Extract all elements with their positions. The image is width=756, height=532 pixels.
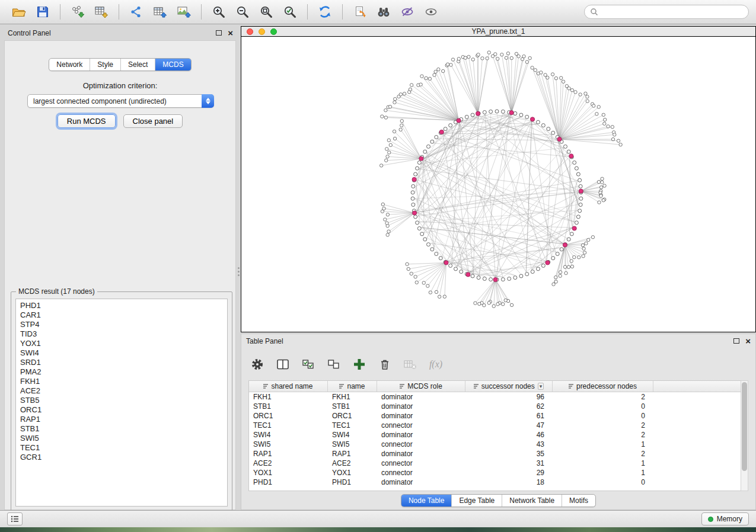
toolbar-search[interactable] <box>584 5 749 19</box>
hide-selected-button[interactable] <box>395 2 419 21</box>
table-cell[interactable]: STB1 <box>328 402 377 411</box>
table-cell[interactable]: YOX1 <box>328 469 377 477</box>
mcds-result-item[interactable]: STB1 <box>16 424 227 434</box>
save-session-button[interactable] <box>31 2 55 21</box>
table-cell[interactable]: 96 <box>465 393 553 401</box>
tab-edge-table[interactable]: Edge Table <box>452 495 502 507</box>
mcds-result-item[interactable]: GCR1 <box>16 453 227 462</box>
table-row[interactable]: SWI4SWI4dominator462 <box>249 430 747 440</box>
table-cell[interactable]: 47 <box>465 421 553 430</box>
float-table-panel-button[interactable] <box>733 338 739 344</box>
table-cell[interactable]: STB1 <box>249 402 328 411</box>
clone-network-button[interactable] <box>348 2 372 21</box>
deselect-all-button[interactable] <box>326 357 342 372</box>
mcds-result-item[interactable]: PHD1 <box>16 301 227 310</box>
export-image-button[interactable] <box>172 2 196 21</box>
table-cell[interactable]: ACE2 <box>249 459 328 467</box>
table-cell[interactable]: YOX1 <box>249 469 328 477</box>
mcds-result-item[interactable]: SRD1 <box>16 358 227 367</box>
maximize-window-button[interactable] <box>270 28 277 35</box>
table-cell[interactable]: 62 <box>465 402 553 411</box>
column-header-successor-nodes[interactable]: successor nodes ▾ <box>465 381 553 392</box>
mcds-result-item[interactable]: SWI4 <box>16 348 227 358</box>
panel-splitter[interactable] <box>237 262 240 280</box>
table-cell[interactable]: 31 <box>465 459 553 467</box>
mcds-result-item[interactable]: ACE2 <box>16 386 227 396</box>
mcds-result-item[interactable]: YOX1 <box>16 339 227 348</box>
mcds-result-item[interactable]: STB5 <box>16 396 227 405</box>
table-cell[interactable]: SWI5 <box>328 440 377 448</box>
table-cell[interactable]: 2 <box>553 450 653 458</box>
table-cell[interactable]: dominator <box>377 402 465 411</box>
table-cell[interactable]: 2 <box>553 421 653 430</box>
table-cell[interactable]: 61 <box>465 412 553 420</box>
table-cell[interactable]: dominator <box>377 412 465 420</box>
tab-mcds[interactable]: MCDS <box>155 59 190 70</box>
table-cell[interactable]: dominator <box>377 478 465 486</box>
zoom-fit-button[interactable] <box>254 2 278 21</box>
sort-indicator-icon[interactable]: ▾ <box>538 383 544 390</box>
create-column-button[interactable] <box>352 357 367 372</box>
zoom-in-button[interactable] <box>207 2 231 21</box>
mcds-result-item[interactable]: FKH1 <box>16 377 227 386</box>
table-cell[interactable]: 43 <box>465 440 553 448</box>
table-row[interactable]: ACE2ACE2connector311 <box>249 459 747 468</box>
table-row[interactable]: FKH1FKH1dominator962 <box>249 392 747 402</box>
table-cell[interactable]: RAP1 <box>249 450 328 458</box>
table-row[interactable]: TEC1TEC1connector472 <box>249 421 747 430</box>
scrollbar-thumb[interactable] <box>742 382 747 471</box>
mcds-result-item[interactable]: TID3 <box>16 329 227 339</box>
table-cell[interactable]: dominator <box>377 393 465 401</box>
table-cell[interactable]: ACE2 <box>328 459 377 467</box>
table-cell[interactable]: 0 <box>553 402 653 411</box>
tab-style[interactable]: Style <box>90 59 121 70</box>
table-cell[interactable]: 46 <box>465 431 553 439</box>
export-network-button[interactable] <box>125 2 148 21</box>
table-row[interactable]: SWI5SWI5connector431 <box>249 440 747 449</box>
minimize-window-button[interactable] <box>259 28 265 35</box>
show-all-button[interactable] <box>419 2 443 21</box>
table-cell[interactable]: TEC1 <box>249 421 328 430</box>
memory-button[interactable]: Memory <box>701 512 749 525</box>
column-header-name[interactable]: name <box>328 381 377 392</box>
tab-select[interactable]: Select <box>121 59 155 70</box>
close-window-button[interactable] <box>247 28 253 35</box>
mcds-result-item[interactable]: RAP1 <box>16 415 227 424</box>
mcds-result-list[interactable]: PHD1CAR1STP4TID3YOX1SWI4SRD1PMA2FKH1ACE2… <box>15 299 228 507</box>
select-all-button[interactable] <box>301 357 316 372</box>
table-cell[interactable]: SWI4 <box>328 431 377 439</box>
table-cell[interactable]: 1 <box>553 459 653 467</box>
mcds-result-item[interactable]: TEC1 <box>16 443 227 453</box>
table-row[interactable]: PHD1PHD1dominator180 <box>249 477 747 487</box>
table-cell[interactable]: 35 <box>465 450 553 458</box>
mcds-result-item[interactable]: ORC1 <box>16 405 227 415</box>
table-cell[interactable]: TEC1 <box>328 421 377 430</box>
table-cell[interactable]: SWI5 <box>249 440 328 448</box>
show-column-panel-button[interactable] <box>275 357 291 372</box>
close-panel-button[interactable]: × <box>228 28 233 37</box>
table-scrollbar[interactable] <box>741 380 748 491</box>
open-session-button[interactable] <box>7 2 31 21</box>
column-header-shared-name[interactable]: shared name <box>249 381 328 392</box>
table-cell[interactable]: connector <box>377 421 465 430</box>
table-row[interactable]: RAP1RAP1dominator352 <box>249 449 747 459</box>
table-cell[interactable]: 2 <box>553 393 653 401</box>
tab-network-table[interactable]: Network Table <box>502 495 562 507</box>
criterion-dropdown[interactable]: largest connected component (undirected) <box>27 94 214 108</box>
mcds-result-item[interactable]: STP4 <box>16 320 227 329</box>
table-row[interactable]: STB1STB1dominator620 <box>249 402 747 411</box>
tab-network[interactable]: Network <box>49 59 90 70</box>
table-cell[interactable]: connector <box>377 459 465 467</box>
mcds-result-item[interactable]: SWI5 <box>16 434 227 443</box>
table-cell[interactable]: PHD1 <box>249 478 328 486</box>
table-cell[interactable]: 0 <box>553 478 653 486</box>
table-cell[interactable]: SWI4 <box>249 431 328 439</box>
network-graph[interactable] <box>241 37 755 332</box>
table-cell[interactable]: PHD1 <box>328 478 377 486</box>
delete-column-button[interactable] <box>377 357 393 372</box>
import-network-button[interactable] <box>66 2 90 21</box>
close-panel-action-button[interactable]: Close panel <box>123 114 183 128</box>
table-cell[interactable]: 29 <box>465 469 553 477</box>
mcds-result-item[interactable]: PMA2 <box>16 367 227 377</box>
column-header-predecessor-nodes[interactable]: predecessor nodes <box>553 381 653 392</box>
